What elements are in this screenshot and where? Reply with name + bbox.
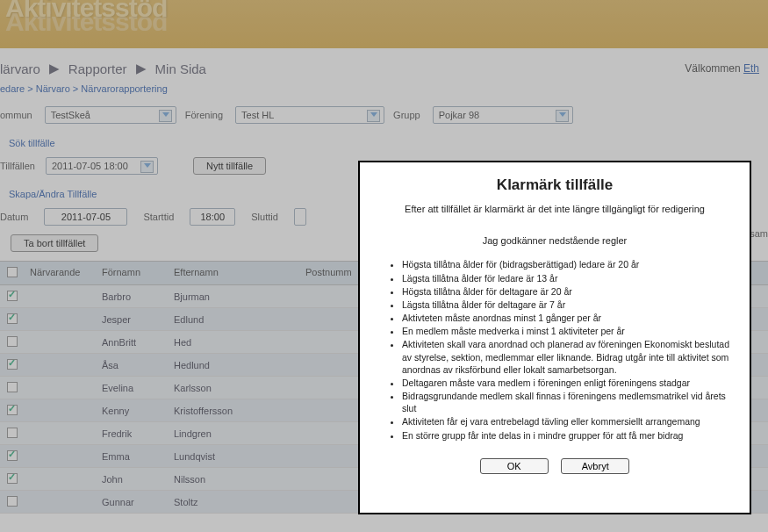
chevron-down-icon <box>162 112 169 117</box>
ok-button[interactable]: OK <box>480 458 549 474</box>
rule-item: Högsta tillåtna ålder för (bidragsberätt… <box>402 258 734 270</box>
rules-list: Högsta tillåtna ålder för (bidragsberätt… <box>376 258 734 441</box>
chevron-down-icon <box>144 163 151 168</box>
cancel-button[interactable]: Avbryt <box>561 458 629 474</box>
rule-item: Lägsta tillåtna ålder för ledare är 13 å… <box>402 272 734 284</box>
chevron-down-icon <box>370 112 377 117</box>
modal-title: Klarmärk tillfälle <box>376 176 734 194</box>
modal-subtitle: Efter att tillfället är klarmärkt är det… <box>376 203 734 216</box>
chevron-down-icon <box>559 112 566 117</box>
rule-item: Lägsta tillåtna ålder för deltagare är 7… <box>402 298 734 311</box>
rule-item: Högsta tillåtna ålder för deltagare är 2… <box>402 285 734 298</box>
klarmark-modal: Klarmärk tillfälle Efter att tillfället … <box>358 161 751 514</box>
rule-item: En medlem måste medverka i minst 1 aktiv… <box>402 325 734 337</box>
rule-item: Bidragsgrundande medlem skall finnas i f… <box>402 390 734 414</box>
modal-approve-text: Jag godkänner nedstående regler <box>376 235 734 246</box>
rule-item: Aktiviteten skall vara anordnad och plan… <box>402 338 734 376</box>
rule-item: Aktiviteten får ej vara entrebelagd tävl… <box>402 415 734 428</box>
rule-item: En större grupp får inte delas in i mind… <box>402 429 734 442</box>
rule-item: Deltagaren måste vara medlem i föreninge… <box>402 377 734 389</box>
rule-item: Aktivteten måste anordnas minst 1 gånger… <box>402 312 734 324</box>
